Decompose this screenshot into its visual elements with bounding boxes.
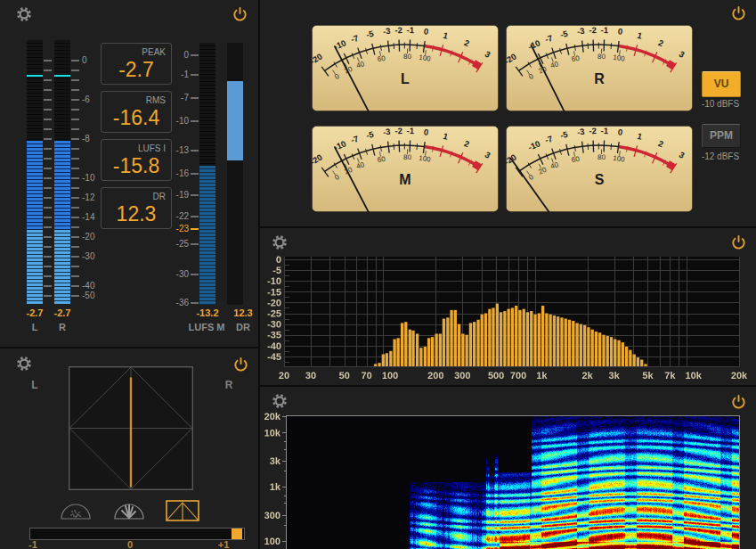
scale-tick <box>71 99 79 101</box>
scale-tick <box>71 89 79 91</box>
scale-tick <box>71 275 79 277</box>
lufs-momentary-meter <box>199 43 215 305</box>
scale-tick <box>71 119 79 120</box>
scale-tick-label: -40 <box>82 282 94 291</box>
vu-meter-face: -20-10-7-5-3-2-10123020406080100R <box>506 25 693 111</box>
peak-hold-line <box>54 75 70 77</box>
meter-fill-high <box>27 141 43 230</box>
scale-tick-label: -50 <box>82 291 94 300</box>
vu-meter-face: -20-10-7-5-3-2-10123020406080100L <box>312 25 499 111</box>
scale-tick <box>44 256 52 258</box>
scale-tick <box>44 187 52 189</box>
ppm-reference-caption: -12 dBFS <box>693 152 748 161</box>
scale-tick <box>71 128 79 130</box>
scale-tick <box>71 138 79 140</box>
lufs-m-value: -13.2 <box>188 307 227 318</box>
settings-gear-icon[interactable] <box>15 5 33 23</box>
scale-tick <box>44 177 52 179</box>
dr-band <box>227 81 243 160</box>
lufs-scale-tick <box>191 74 199 76</box>
lufs-scale-label: -36 <box>157 299 189 307</box>
panel-spectrum-analyzer <box>260 228 756 385</box>
settings-gear-icon[interactable] <box>271 392 289 410</box>
vu-meter-L: -20-10-7-5-3-2-10123020406080100L <box>312 25 499 111</box>
scale-tick <box>44 79 52 81</box>
vu-meter-S: -20-10-7-5-3-2-10123020406080100S <box>506 126 693 212</box>
scale-tick-label: -6 <box>82 95 90 104</box>
lufs-fill <box>199 166 215 305</box>
ppm-mode-button[interactable]: PPM <box>702 124 741 148</box>
scale-tick <box>71 207 79 209</box>
lufs-scale-tick <box>191 54 199 56</box>
level-meter-right <box>54 40 70 304</box>
svg-text:-2: -2 <box>589 126 597 135</box>
gonio-mode-energy-button[interactable] <box>112 500 146 521</box>
power-icon[interactable] <box>232 356 249 373</box>
correlation-tick-minus1: -1 <box>23 539 43 549</box>
svg-text:80: 80 <box>403 53 412 61</box>
scale-tick <box>44 158 52 160</box>
svg-text:-3: -3 <box>576 127 585 137</box>
svg-text:80: 80 <box>403 153 412 161</box>
svg-text:-1: -1 <box>601 25 610 35</box>
lufs-scale-label: -30 <box>157 270 189 279</box>
scale-tick-label: -30 <box>82 252 94 261</box>
scale-tick <box>44 217 52 218</box>
settings-gear-icon[interactable] <box>15 355 33 373</box>
scale-tick-label: -12 <box>82 193 94 202</box>
power-icon[interactable] <box>730 393 747 410</box>
scale-tick <box>44 109 52 111</box>
svg-text:-3: -3 <box>576 26 585 37</box>
scale-tick <box>44 70 52 71</box>
scale-tick <box>44 197 52 199</box>
lufs-scale-tick <box>191 97 199 99</box>
vu-meter-face: -20-10-7-5-3-2-10123020406080100S <box>506 126 693 212</box>
lufs-scale-tick <box>191 243 199 245</box>
lufs-scale-label: -23 <box>157 225 189 234</box>
meter-fill-low <box>54 230 70 304</box>
lufs-scale-label: -16 <box>157 169 189 178</box>
lufs-scale-label: 0 <box>157 51 189 60</box>
panel-goniometer: L R <box>0 348 258 549</box>
lufs-scale-label: -13 <box>157 146 189 155</box>
vu-mode-button[interactable]: VU <box>702 71 741 97</box>
scale-tick <box>71 109 79 111</box>
scale-tick-label: 0 <box>82 56 87 65</box>
lufs-scale-label: -1 <box>157 70 189 79</box>
vu-meter-face: -20-10-7-5-3-2-10123020406080100M <box>312 126 499 212</box>
scale-tick <box>71 246 79 248</box>
power-icon[interactable] <box>730 4 747 21</box>
correlation-tick-zero: 0 <box>120 539 140 549</box>
vu-channel-letter: S <box>595 172 605 187</box>
svg-text:-1: -1 <box>407 126 416 135</box>
correlation-marker[interactable] <box>232 529 242 539</box>
gonio-mode-triangle-button[interactable] <box>166 500 199 521</box>
svg-text:-2: -2 <box>394 25 402 35</box>
power-icon[interactable] <box>232 5 248 22</box>
lufs-m-label: LUFS M <box>182 322 232 332</box>
svg-text:-3: -3 <box>382 26 391 37</box>
triangle-icon <box>167 503 199 520</box>
settings-gear-icon[interactable] <box>271 234 289 251</box>
scatter-dots-icon <box>70 510 81 518</box>
vu-channel-letter: M <box>399 172 411 187</box>
scale-tick <box>44 295 52 297</box>
meter-fill-low <box>27 230 43 304</box>
scale-tick <box>71 256 79 258</box>
energy-spray-icon <box>122 505 135 518</box>
lufs-scale-label: -7 <box>157 94 189 102</box>
scale-tick <box>44 128 52 130</box>
spectrum-analyzer-canvas <box>260 228 756 385</box>
power-icon[interactable] <box>730 234 747 250</box>
scale-tick <box>71 70 79 71</box>
scale-tick <box>71 158 79 160</box>
panel-vu-meters: -20-10-7-5-3-2-10123020406080100L -20-10… <box>260 0 756 226</box>
peak-hold-line <box>27 75 43 77</box>
scale-tick <box>44 119 52 120</box>
scale-tick <box>44 246 52 248</box>
lufs-scale-label: -22 <box>157 212 189 221</box>
scale-tick <box>44 226 52 228</box>
gonio-mode-scatter-button[interactable] <box>59 500 93 521</box>
panel-level-meters: -2.7 -2.7 L R PEAK -2.7 RMS -16.4 LUFS I… <box>0 0 258 347</box>
scale-tick <box>71 226 79 228</box>
